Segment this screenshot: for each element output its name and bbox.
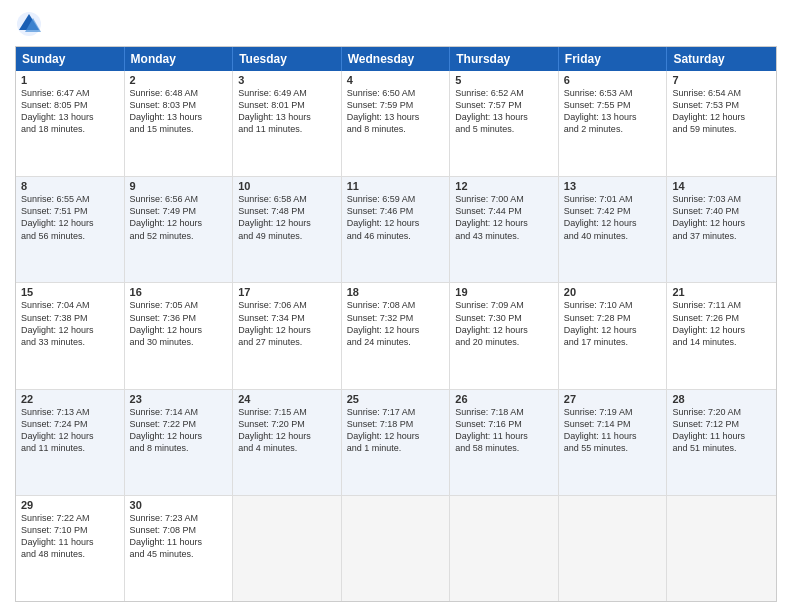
cell-line: Daylight: 12 hours [130,324,228,336]
cell-line: Sunrise: 6:52 AM [455,87,553,99]
cell-line: and 8 minutes. [130,442,228,454]
page: SundayMondayTuesdayWednesdayThursdayFrid… [0,0,792,612]
cell-line: Sunrise: 7:09 AM [455,299,553,311]
cell-line: Daylight: 12 hours [347,430,445,442]
cell-line: and 46 minutes. [347,230,445,242]
calendar-cell [559,496,668,601]
cell-line: Sunrise: 7:10 AM [564,299,662,311]
calendar-row: 8Sunrise: 6:55 AMSunset: 7:51 PMDaylight… [16,177,776,283]
cell-line: and 2 minutes. [564,123,662,135]
day-number: 19 [455,286,553,298]
cell-line: Daylight: 11 hours [130,536,228,548]
day-number: 21 [672,286,771,298]
cell-line: and 49 minutes. [238,230,336,242]
calendar-header-cell: Friday [559,47,668,71]
cell-line: Daylight: 13 hours [455,111,553,123]
calendar-cell: 2Sunrise: 6:48 AMSunset: 8:03 PMDaylight… [125,71,234,176]
cell-line: Sunrise: 7:17 AM [347,406,445,418]
cell-line: Sunrise: 7:13 AM [21,406,119,418]
cell-line: Sunrise: 7:15 AM [238,406,336,418]
calendar-cell: 12Sunrise: 7:00 AMSunset: 7:44 PMDayligh… [450,177,559,282]
day-number: 16 [130,286,228,298]
calendar-cell: 16Sunrise: 7:05 AMSunset: 7:36 PMDayligh… [125,283,234,388]
day-number: 25 [347,393,445,405]
cell-line: Sunset: 7:26 PM [672,312,771,324]
cell-line: Sunset: 7:30 PM [455,312,553,324]
calendar-cell: 8Sunrise: 6:55 AMSunset: 7:51 PMDaylight… [16,177,125,282]
calendar-cell: 9Sunrise: 6:56 AMSunset: 7:49 PMDaylight… [125,177,234,282]
cell-line: Sunset: 7:14 PM [564,418,662,430]
calendar-cell: 11Sunrise: 6:59 AMSunset: 7:46 PMDayligh… [342,177,451,282]
cell-line: Sunset: 7:40 PM [672,205,771,217]
calendar-cell: 30Sunrise: 7:23 AMSunset: 7:08 PMDayligh… [125,496,234,601]
calendar-cell: 19Sunrise: 7:09 AMSunset: 7:30 PMDayligh… [450,283,559,388]
calendar-cell: 13Sunrise: 7:01 AMSunset: 7:42 PMDayligh… [559,177,668,282]
cell-line: and 4 minutes. [238,442,336,454]
cell-line: Daylight: 12 hours [130,217,228,229]
cell-line: and 30 minutes. [130,336,228,348]
cell-line: and 8 minutes. [347,123,445,135]
logo-icon [15,10,43,38]
cell-line: Sunset: 7:20 PM [238,418,336,430]
cell-line: Daylight: 13 hours [238,111,336,123]
cell-line: Daylight: 13 hours [130,111,228,123]
cell-line: Sunrise: 7:19 AM [564,406,662,418]
calendar-row: 29Sunrise: 7:22 AMSunset: 7:10 PMDayligh… [16,496,776,601]
day-number: 18 [347,286,445,298]
calendar-header-cell: Tuesday [233,47,342,71]
calendar-cell: 3Sunrise: 6:49 AMSunset: 8:01 PMDaylight… [233,71,342,176]
calendar-header-cell: Thursday [450,47,559,71]
cell-line: and 11 minutes. [21,442,119,454]
cell-line: Sunrise: 6:58 AM [238,193,336,205]
cell-line: Sunrise: 6:59 AM [347,193,445,205]
cell-line: Daylight: 12 hours [238,430,336,442]
cell-line: Sunrise: 7:23 AM [130,512,228,524]
calendar-cell: 7Sunrise: 6:54 AMSunset: 7:53 PMDaylight… [667,71,776,176]
cell-line: and 1 minute. [347,442,445,454]
calendar-cell [667,496,776,601]
cell-line: Sunrise: 6:50 AM [347,87,445,99]
day-number: 4 [347,74,445,86]
cell-line: Daylight: 12 hours [455,217,553,229]
cell-line: Daylight: 12 hours [672,217,771,229]
cell-line: and 14 minutes. [672,336,771,348]
day-number: 1 [21,74,119,86]
calendar-header-cell: Sunday [16,47,125,71]
cell-line: Daylight: 11 hours [564,430,662,442]
calendar-row: 22Sunrise: 7:13 AMSunset: 7:24 PMDayligh… [16,390,776,496]
calendar-cell: 22Sunrise: 7:13 AMSunset: 7:24 PMDayligh… [16,390,125,495]
cell-line: and 56 minutes. [21,230,119,242]
cell-line: Sunrise: 6:47 AM [21,87,119,99]
cell-line: Sunrise: 7:22 AM [21,512,119,524]
cell-line: Sunrise: 7:01 AM [564,193,662,205]
calendar-header-cell: Wednesday [342,47,451,71]
cell-line: and 11 minutes. [238,123,336,135]
calendar-cell: 14Sunrise: 7:03 AMSunset: 7:40 PMDayligh… [667,177,776,282]
cell-line: Sunrise: 7:14 AM [130,406,228,418]
day-number: 28 [672,393,771,405]
cell-line: Sunrise: 6:53 AM [564,87,662,99]
calendar-body: 1Sunrise: 6:47 AMSunset: 8:05 PMDaylight… [16,71,776,601]
cell-line: Daylight: 11 hours [672,430,771,442]
calendar-header-cell: Monday [125,47,234,71]
cell-line: Sunset: 8:01 PM [238,99,336,111]
day-number: 14 [672,180,771,192]
cell-line: and 24 minutes. [347,336,445,348]
cell-line: Sunset: 7:12 PM [672,418,771,430]
cell-line: Daylight: 12 hours [238,217,336,229]
cell-line: and 43 minutes. [455,230,553,242]
cell-line: Sunset: 7:49 PM [130,205,228,217]
cell-line: and 52 minutes. [130,230,228,242]
cell-line: Sunset: 7:57 PM [455,99,553,111]
calendar-header-row: SundayMondayTuesdayWednesdayThursdayFrid… [16,47,776,71]
cell-line: and 37 minutes. [672,230,771,242]
cell-line: Daylight: 11 hours [455,430,553,442]
calendar-cell: 15Sunrise: 7:04 AMSunset: 7:38 PMDayligh… [16,283,125,388]
cell-line: Sunset: 7:10 PM [21,524,119,536]
cell-line: Sunrise: 7:11 AM [672,299,771,311]
cell-line: and 58 minutes. [455,442,553,454]
day-number: 3 [238,74,336,86]
cell-line: Daylight: 12 hours [347,217,445,229]
day-number: 15 [21,286,119,298]
calendar-cell: 5Sunrise: 6:52 AMSunset: 7:57 PMDaylight… [450,71,559,176]
